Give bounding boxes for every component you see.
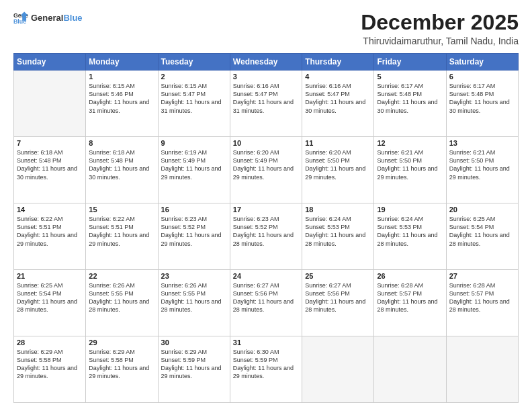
day-info: Sunrise: 6:26 AM Sunset: 5:55 PM Dayligh… (161, 281, 227, 314)
day-number: 21 (17, 272, 83, 280)
day-info: Sunrise: 6:16 AM Sunset: 5:47 PM Dayligh… (233, 82, 299, 115)
day-info: Sunrise: 6:28 AM Sunset: 5:57 PM Dayligh… (377, 281, 443, 314)
day-number: 4 (305, 73, 371, 81)
day-number: 7 (17, 139, 83, 147)
day-info: Sunrise: 6:20 AM Sunset: 5:50 PM Dayligh… (305, 148, 371, 181)
day-number: 26 (377, 272, 443, 280)
calendar-day: 24Sunrise: 6:27 AM Sunset: 5:56 PM Dayli… (230, 270, 302, 336)
day-info: Sunrise: 6:27 AM Sunset: 5:56 PM Dayligh… (233, 281, 299, 314)
day-number: 24 (233, 272, 299, 280)
calendar-day: 29Sunrise: 6:29 AM Sunset: 5:58 PM Dayli… (86, 336, 158, 403)
page: General Blue GeneralBlue December 2025 T… (0, 0, 532, 411)
col-monday: Monday (86, 54, 158, 71)
col-saturday: Saturday (446, 54, 518, 71)
day-number: 12 (377, 139, 443, 147)
calendar-header-row: Sunday Monday Tuesday Wednesday Thursday… (14, 54, 519, 71)
logo-blue: Blue (63, 13, 82, 23)
calendar-day: 12Sunrise: 6:21 AM Sunset: 5:50 PM Dayli… (374, 137, 446, 203)
day-number: 6 (449, 73, 515, 81)
col-wednesday: Wednesday (230, 54, 302, 71)
day-number: 18 (305, 205, 371, 214)
day-info: Sunrise: 6:18 AM Sunset: 5:48 PM Dayligh… (17, 148, 83, 181)
calendar-day: 3Sunrise: 6:16 AM Sunset: 5:47 PM Daylig… (230, 71, 302, 137)
day-number: 14 (17, 205, 83, 214)
calendar-day: 22Sunrise: 6:26 AM Sunset: 5:55 PM Dayli… (86, 270, 158, 336)
calendar-week-4: 28Sunrise: 6:29 AM Sunset: 5:58 PM Dayli… (14, 336, 519, 403)
calendar-day: 21Sunrise: 6:25 AM Sunset: 5:54 PM Dayli… (14, 270, 86, 336)
day-info: Sunrise: 6:29 AM Sunset: 5:59 PM Dayligh… (161, 348, 227, 381)
day-number: 19 (377, 205, 443, 214)
day-number: 30 (161, 338, 227, 347)
calendar-week-1: 7Sunrise: 6:18 AM Sunset: 5:48 PM Daylig… (14, 137, 519, 203)
day-number: 1 (89, 73, 154, 81)
day-number: 29 (89, 338, 154, 347)
main-title: December 2025 (361, 11, 519, 34)
day-number: 9 (161, 139, 227, 147)
calendar-day: 23Sunrise: 6:26 AM Sunset: 5:55 PM Dayli… (158, 270, 230, 336)
day-info: Sunrise: 6:24 AM Sunset: 5:53 PM Dayligh… (377, 215, 443, 248)
calendar-day (302, 336, 374, 403)
calendar-table: Sunday Monday Tuesday Wednesday Thursday… (13, 53, 519, 403)
calendar-day (14, 71, 86, 137)
day-info: Sunrise: 6:25 AM Sunset: 5:54 PM Dayligh… (17, 281, 83, 314)
day-info: Sunrise: 6:17 AM Sunset: 5:48 PM Dayligh… (449, 82, 515, 115)
day-number: 20 (449, 205, 515, 214)
calendar-day: 5Sunrise: 6:17 AM Sunset: 5:48 PM Daylig… (374, 71, 446, 137)
day-number: 2 (161, 73, 227, 81)
calendar-day: 27Sunrise: 6:28 AM Sunset: 5:57 PM Dayli… (446, 270, 518, 336)
calendar-day: 1Sunrise: 6:15 AM Sunset: 5:46 PM Daylig… (86, 71, 158, 137)
day-info: Sunrise: 6:21 AM Sunset: 5:50 PM Dayligh… (377, 148, 443, 181)
day-info: Sunrise: 6:28 AM Sunset: 5:57 PM Dayligh… (449, 281, 515, 314)
day-info: Sunrise: 6:23 AM Sunset: 5:52 PM Dayligh… (161, 215, 227, 248)
day-number: 15 (89, 205, 154, 214)
day-info: Sunrise: 6:22 AM Sunset: 5:51 PM Dayligh… (17, 215, 83, 248)
calendar-day: 17Sunrise: 6:23 AM Sunset: 5:52 PM Dayli… (230, 203, 302, 270)
day-info: Sunrise: 6:29 AM Sunset: 5:58 PM Dayligh… (17, 348, 83, 381)
day-info: Sunrise: 6:20 AM Sunset: 5:49 PM Dayligh… (233, 148, 299, 181)
col-sunday: Sunday (14, 54, 86, 71)
day-number: 5 (377, 73, 443, 81)
day-number: 27 (449, 272, 515, 280)
day-info: Sunrise: 6:17 AM Sunset: 5:48 PM Dayligh… (377, 82, 443, 115)
calendar-day: 15Sunrise: 6:22 AM Sunset: 5:51 PM Dayli… (86, 203, 158, 270)
day-number: 28 (17, 338, 83, 347)
day-number: 23 (161, 272, 227, 280)
day-info: Sunrise: 6:22 AM Sunset: 5:51 PM Dayligh… (89, 215, 154, 248)
calendar-week-2: 14Sunrise: 6:22 AM Sunset: 5:51 PM Dayli… (14, 203, 519, 270)
day-info: Sunrise: 6:26 AM Sunset: 5:55 PM Dayligh… (89, 281, 154, 314)
calendar-day: 28Sunrise: 6:29 AM Sunset: 5:58 PM Dayli… (14, 336, 86, 403)
calendar-day: 2Sunrise: 6:15 AM Sunset: 5:47 PM Daylig… (158, 71, 230, 137)
col-tuesday: Tuesday (158, 54, 230, 71)
day-info: Sunrise: 6:27 AM Sunset: 5:56 PM Dayligh… (305, 281, 371, 314)
calendar-week-0: 1Sunrise: 6:15 AM Sunset: 5:46 PM Daylig… (14, 71, 519, 137)
calendar-day: 10Sunrise: 6:20 AM Sunset: 5:49 PM Dayli… (230, 137, 302, 203)
header: General Blue GeneralBlue December 2025 T… (13, 11, 519, 46)
calendar-day: 30Sunrise: 6:29 AM Sunset: 5:59 PM Dayli… (158, 336, 230, 403)
day-info: Sunrise: 6:23 AM Sunset: 5:52 PM Dayligh… (233, 215, 299, 248)
calendar-day: 7Sunrise: 6:18 AM Sunset: 5:48 PM Daylig… (14, 137, 86, 203)
day-number: 11 (305, 139, 371, 147)
day-number: 17 (233, 205, 299, 214)
day-info: Sunrise: 6:15 AM Sunset: 5:46 PM Dayligh… (89, 82, 154, 115)
day-info: Sunrise: 6:30 AM Sunset: 5:59 PM Dayligh… (233, 348, 299, 381)
day-number: 16 (161, 205, 227, 214)
day-info: Sunrise: 6:24 AM Sunset: 5:53 PM Dayligh… (305, 215, 371, 248)
calendar-day: 4Sunrise: 6:16 AM Sunset: 5:47 PM Daylig… (302, 71, 374, 137)
day-info: Sunrise: 6:15 AM Sunset: 5:47 PM Dayligh… (161, 82, 227, 115)
calendar-day: 13Sunrise: 6:21 AM Sunset: 5:50 PM Dayli… (446, 137, 518, 203)
calendar-day: 16Sunrise: 6:23 AM Sunset: 5:52 PM Dayli… (158, 203, 230, 270)
calendar-day: 18Sunrise: 6:24 AM Sunset: 5:53 PM Dayli… (302, 203, 374, 270)
day-number: 8 (89, 139, 154, 147)
calendar-day: 19Sunrise: 6:24 AM Sunset: 5:53 PM Dayli… (374, 203, 446, 270)
day-number: 10 (233, 139, 299, 147)
calendar-day (374, 336, 446, 403)
calendar-day (446, 336, 518, 403)
calendar-day: 14Sunrise: 6:22 AM Sunset: 5:51 PM Dayli… (14, 203, 86, 270)
calendar-day: 26Sunrise: 6:28 AM Sunset: 5:57 PM Dayli… (374, 270, 446, 336)
col-friday: Friday (374, 54, 446, 71)
logo-general: General (31, 13, 63, 23)
calendar-day: 25Sunrise: 6:27 AM Sunset: 5:56 PM Dayli… (302, 270, 374, 336)
calendar-week-3: 21Sunrise: 6:25 AM Sunset: 5:54 PM Dayli… (14, 270, 519, 336)
calendar-day: 8Sunrise: 6:18 AM Sunset: 5:48 PM Daylig… (86, 137, 158, 203)
day-number: 3 (233, 73, 299, 81)
